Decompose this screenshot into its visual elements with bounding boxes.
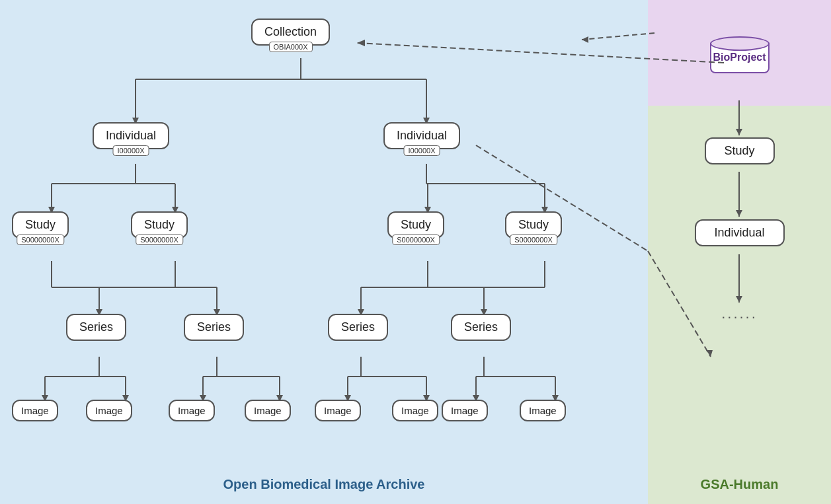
left-panel-label: Open Biomedical Image Archive (223, 477, 425, 492)
individual-right-node: Individual I00000X (383, 122, 460, 149)
series-4-box: Series (451, 314, 511, 341)
individual-left-id: I00000X (113, 145, 149, 156)
individual-left-node: Individual I00000X (93, 122, 169, 149)
study-rl-label: Study (401, 218, 431, 231)
image-1-label: Image (21, 405, 49, 416)
series-2-label: Series (197, 320, 231, 334)
series-1-box: Series (66, 314, 126, 341)
study-rl-node: Study S0000000X (387, 211, 444, 238)
study-ll-label: Study (25, 218, 56, 231)
study-lr-box: Study S0000000X (131, 211, 188, 238)
right-bottom-label: GSA-Human (701, 477, 779, 492)
cylinder-top-ellipse (710, 36, 770, 51)
series-2-node: Series (184, 314, 244, 341)
study-ll-node: Study S0000000X (12, 211, 69, 238)
image-4-label: Image (254, 405, 282, 416)
right-study-node: Study (704, 137, 774, 164)
collection-node: Collection OBIA000X (251, 18, 330, 46)
study-ll-box: Study S0000000X (12, 211, 69, 238)
right-individual-node: Individual (694, 219, 784, 246)
image-7-box: Image (442, 400, 488, 421)
image-2-node: Image (86, 400, 132, 421)
image-4-node: Image (245, 400, 291, 421)
series-3-node: Series (328, 314, 388, 341)
individual-right-id: I00000X (404, 145, 440, 156)
right-study-label: Study (724, 144, 754, 157)
right-bottom-panel: Study Individual ...... GSA-Human (648, 106, 831, 504)
right-dots: ...... (721, 305, 758, 322)
individual-right-box: Individual I00000X (383, 122, 460, 149)
image-8-box: Image (520, 400, 566, 421)
connector-lines (0, 0, 648, 504)
right-study-box: Study (704, 137, 774, 164)
study-rr-node: Study S0000000X (505, 211, 562, 238)
right-panel: BioProject (648, 0, 831, 504)
study-rr-id: S0000000X (510, 234, 557, 245)
individual-right-label: Individual (397, 129, 447, 142)
series-2-box: Series (184, 314, 244, 341)
image-7-label: Image (451, 405, 479, 416)
image-2-box: Image (86, 400, 132, 421)
right-individual-box: Individual (694, 219, 784, 246)
series-3-label: Series (341, 320, 375, 334)
bioproject-label: BioProject (713, 52, 766, 63)
image-1-node: Image (12, 400, 58, 421)
series-1-label: Series (79, 320, 113, 334)
main-container: Collection OBIA000X Individual I00000X I… (0, 0, 831, 504)
series-4-label: Series (464, 320, 498, 334)
image-4-box: Image (245, 400, 291, 421)
collection-id: OBIA000X (269, 42, 313, 52)
image-7-node: Image (442, 400, 488, 421)
study-lr-label: Study (144, 218, 175, 231)
svg-marker-73 (736, 210, 742, 217)
individual-left-box: Individual I00000X (93, 122, 169, 149)
study-ll-id: S0000000X (17, 234, 64, 245)
svg-marker-75 (736, 296, 742, 303)
series-1-node: Series (66, 314, 126, 341)
series-4-node: Series (451, 314, 511, 341)
right-individual-label: Individual (714, 226, 764, 239)
image-2-label: Image (95, 405, 123, 416)
image-3-label: Image (178, 405, 206, 416)
image-1-box: Image (12, 400, 58, 421)
series-3-box: Series (328, 314, 388, 341)
bioproject-cylinder: BioProject (710, 36, 770, 76)
individual-left-label: Individual (106, 129, 156, 142)
collection-box: Collection OBIA000X (251, 18, 330, 46)
dots-label: ...... (721, 305, 758, 322)
image-3-box: Image (169, 400, 215, 421)
image-5-label: Image (324, 405, 352, 416)
right-top-panel: BioProject (648, 0, 831, 106)
image-6-label: Image (401, 405, 429, 416)
image-6-box: Image (392, 400, 438, 421)
study-rr-box: Study S0000000X (505, 211, 562, 238)
study-lr-node: Study S0000000X (131, 211, 188, 238)
study-rl-box: Study S0000000X (387, 211, 444, 238)
image-8-node: Image (520, 400, 566, 421)
image-3-node: Image (169, 400, 215, 421)
image-5-node: Image (315, 400, 361, 421)
svg-marker-71 (736, 129, 742, 135)
study-rl-id: S0000000X (392, 234, 440, 245)
image-8-label: Image (529, 405, 557, 416)
image-6-node: Image (392, 400, 438, 421)
collection-label: Collection (264, 25, 317, 38)
study-lr-id: S0000000X (136, 234, 183, 245)
image-5-box: Image (315, 400, 361, 421)
study-rr-label: Study (518, 218, 549, 231)
left-panel: Collection OBIA000X Individual I00000X I… (0, 0, 648, 504)
